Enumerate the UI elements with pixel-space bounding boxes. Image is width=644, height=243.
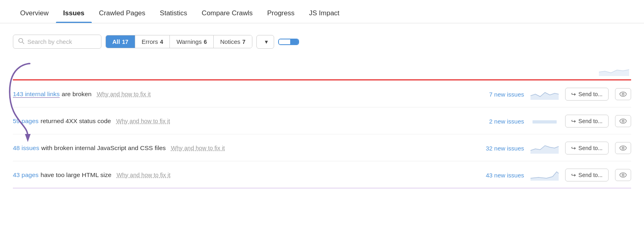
send-to-button[interactable]: ↪ Send to... — [565, 88, 609, 101]
mini-chart — [530, 89, 559, 100]
filter-tab-count: 4 — [160, 39, 163, 45]
send-to-button[interactable]: ↪ Send to... — [565, 142, 609, 154]
errors-header — [13, 60, 631, 79]
new-issues-count: 43 new issues — [472, 172, 524, 179]
new-issues-count: 2 new issues — [472, 118, 524, 125]
issue-text: 143 internal links are broken Why and ho… — [13, 91, 465, 98]
crawlability-badge — [278, 39, 299, 45]
top-nav: OverviewIssuesCrawled PagesStatisticsCom… — [0, 0, 644, 23]
filter-tab-notices[interactable]: Notices 7 — [214, 35, 252, 48]
fix-link[interactable]: Why and how to fix it — [116, 118, 170, 124]
filter-tab-count: 7 — [242, 39, 246, 45]
svg-point-11 — [622, 174, 624, 176]
arrow-annotation — [6, 60, 38, 150]
issue-text: 43 pages have too large HTML size Why an… — [13, 171, 465, 179]
filter-tab-label: Notices — [220, 38, 240, 45]
search-input[interactable] — [27, 38, 92, 45]
issue-row: 43 pages have too large HTML size Why an… — [13, 161, 631, 188]
search-box — [13, 35, 101, 49]
send-label: Send to... — [578, 91, 603, 97]
issues-list: 143 internal links are broken Why and ho… — [13, 80, 631, 188]
send-arrow-icon: ↪ — [571, 91, 576, 97]
triggered-checks-button[interactable]: ▾ — [256, 35, 274, 49]
send-arrow-icon: ↪ — [571, 118, 576, 124]
nav-item-crawled-pages[interactable]: Crawled Pages — [92, 3, 153, 23]
send-to-button[interactable]: ↪ Send to... — [565, 169, 609, 181]
svg-point-3 — [620, 92, 626, 97]
eye-icon — [619, 91, 627, 97]
nav-item-issues[interactable]: Issues — [56, 3, 92, 23]
filter-tab-count: 6 — [204, 39, 207, 45]
issue-description: are broken — [62, 91, 91, 98]
svg-rect-5 — [533, 120, 557, 124]
chevron-down-icon: ▾ — [265, 38, 268, 45]
main-content: All 17Errors 4Warnings 6Notices 7 ▾ — [0, 23, 644, 198]
issue-row: 59 pages returned 4XX status code Why an… — [13, 107, 631, 134]
filter-tab-warnings[interactable]: Warnings 6 — [170, 35, 214, 48]
new-issues-count: 32 new issues — [472, 145, 524, 152]
filter-tab-label: Errors — [142, 38, 158, 45]
issue-text: 59 pages returned 4XX status code Why an… — [13, 117, 465, 125]
eye-button[interactable] — [615, 169, 631, 181]
crawlability-close-button[interactable] — [290, 39, 298, 44]
issue-description: returned 4XX status code — [41, 117, 111, 125]
filter-tab-count: 17 — [122, 39, 128, 45]
send-label: Send to... — [578, 172, 603, 178]
issue-link[interactable]: 43 pages — [13, 171, 39, 179]
svg-point-4 — [622, 93, 624, 95]
issue-text: 48 issues with broken internal JavaScrip… — [13, 144, 465, 152]
svg-point-9 — [622, 147, 624, 149]
svg-point-6 — [620, 119, 626, 124]
eye-button[interactable] — [615, 142, 631, 154]
svg-point-7 — [622, 120, 624, 122]
eye-icon — [619, 145, 627, 151]
issue-row: 143 internal links are broken Why and ho… — [13, 80, 631, 107]
search-icon — [18, 38, 25, 45]
filter-tab-label: Warnings — [176, 38, 202, 45]
svg-marker-0 — [25, 134, 31, 142]
fix-link[interactable]: Why and how to fix it — [171, 145, 225, 151]
send-label: Send to... — [578, 145, 603, 151]
send-label: Send to... — [578, 118, 603, 124]
eye-button[interactable] — [615, 88, 631, 100]
filter-tab-label: All — [112, 38, 120, 45]
fix-link[interactable]: Why and how to fix it — [117, 172, 171, 178]
mini-chart — [530, 169, 559, 181]
nav-item-compare-crawls[interactable]: Compare Crawls — [194, 3, 260, 23]
errors-header-chart — [599, 64, 631, 76]
send-arrow-icon: ↪ — [571, 172, 576, 178]
svg-point-8 — [620, 146, 626, 150]
send-to-button[interactable]: ↪ Send to... — [565, 115, 609, 128]
issue-description: have too large HTML size — [41, 171, 111, 179]
issue-row: 48 issues with broken internal JavaScrip… — [13, 134, 631, 161]
nav-item-overview[interactable]: Overview — [13, 3, 56, 23]
eye-icon — [619, 118, 627, 124]
eye-icon — [619, 172, 627, 178]
svg-line-2 — [23, 42, 24, 44]
send-arrow-icon: ↪ — [571, 145, 576, 151]
svg-point-10 — [620, 173, 626, 177]
page-container: OverviewIssuesCrawled PagesStatisticsCom… — [0, 0, 644, 243]
mini-chart — [530, 115, 559, 127]
issue-description: with broken internal JavaScript and CSS … — [41, 144, 165, 152]
filter-tab-all[interactable]: All 17 — [106, 35, 135, 48]
filter-tab-errors[interactable]: Errors 4 — [135, 35, 170, 48]
new-issues-count: 7 new issues — [472, 91, 524, 98]
crawlability-label — [279, 39, 290, 44]
filter-bar: All 17Errors 4Warnings 6Notices 7 ▾ — [13, 35, 631, 49]
nav-item-progress[interactable]: Progress — [260, 3, 302, 23]
eye-button[interactable] — [615, 115, 631, 127]
nav-item-statistics[interactable]: Statistics — [153, 3, 194, 23]
fix-link[interactable]: Why and how to fix it — [97, 91, 151, 97]
nav-item-js-impact[interactable]: JS Impact — [302, 3, 347, 23]
filter-tabs: All 17Errors 4Warnings 6Notices 7 — [105, 35, 252, 48]
mini-chart — [530, 142, 559, 154]
